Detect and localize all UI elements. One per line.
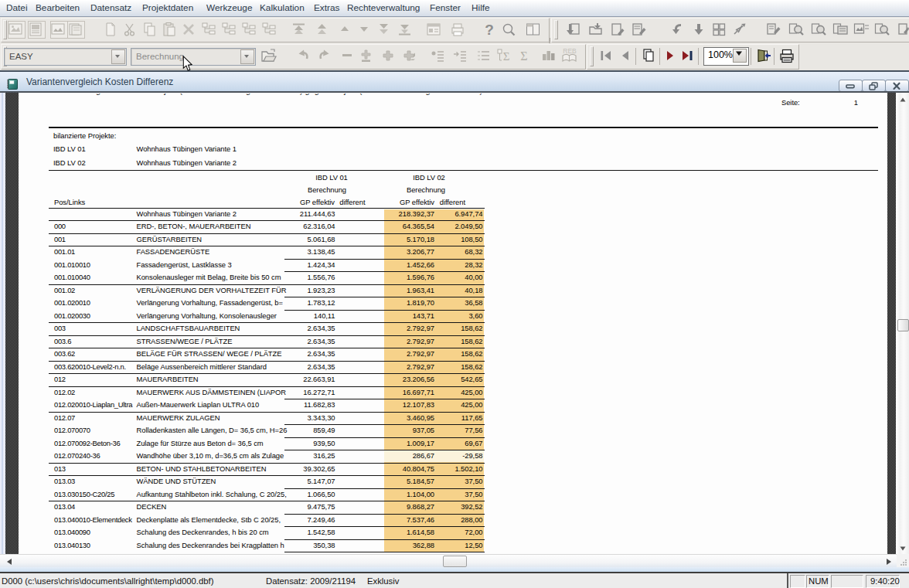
svg-text:?: ? — [485, 22, 494, 38]
svg-text:REB: REB — [563, 47, 577, 55]
svg-text:Σ: Σ — [503, 50, 510, 63]
svg-text:Σ: Σ — [520, 49, 527, 63]
